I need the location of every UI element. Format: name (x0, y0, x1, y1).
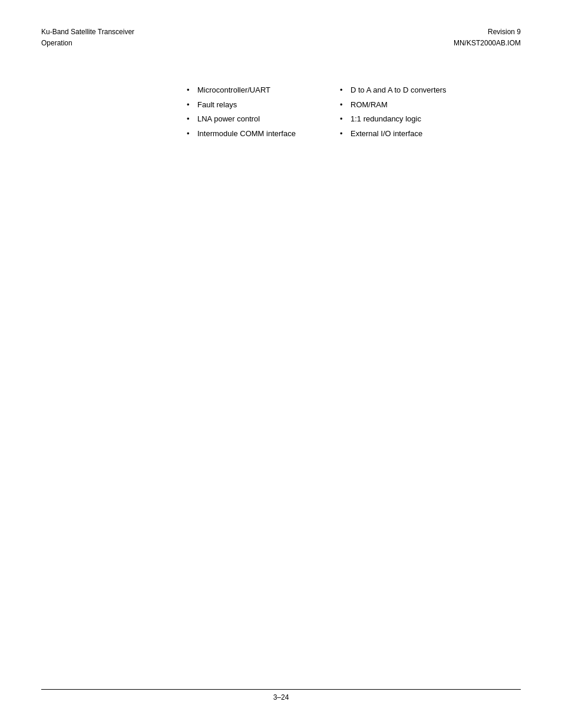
page-number: 3–24 (0, 693, 562, 701)
content-area: Microcontroller/UART Fault relays LNA po… (41, 84, 521, 142)
list-item: ROM/RAM (340, 99, 458, 111)
header-section: Operation (41, 38, 134, 49)
header-docnum: MN/KST2000AB.IOM (454, 38, 521, 49)
right-bullet-list: D to A and A to D converters ROM/RAM 1:1… (340, 84, 458, 139)
list-item: External I/O interface (340, 128, 458, 140)
header-title: Ku-Band Satellite Transceiver (41, 27, 134, 38)
list-item: Intermodule COMM interface (187, 128, 305, 140)
header-revision: Revision 9 (454, 27, 521, 38)
left-bullet-list: Microcontroller/UART Fault relays LNA po… (187, 84, 305, 139)
list-item: 1:1 redundancy logic (340, 113, 458, 125)
right-bullet-column: D to A and A to D converters ROM/RAM 1:1… (340, 84, 458, 142)
header-left: Ku-Band Satellite Transceiver Operation (41, 27, 134, 49)
footer-divider (41, 689, 521, 690)
header-right: Revision 9 MN/KST2000AB.IOM (454, 27, 521, 49)
list-item: LNA power control (187, 113, 305, 125)
list-item: D to A and A to D converters (340, 84, 458, 96)
page: Ku-Band Satellite Transceiver Operation … (0, 0, 562, 728)
left-bullet-column: Microcontroller/UART Fault relays LNA po… (187, 84, 305, 142)
list-item: Microcontroller/UART (187, 84, 305, 96)
page-header: Ku-Band Satellite Transceiver Operation … (41, 27, 521, 49)
list-item: Fault relays (187, 99, 305, 111)
